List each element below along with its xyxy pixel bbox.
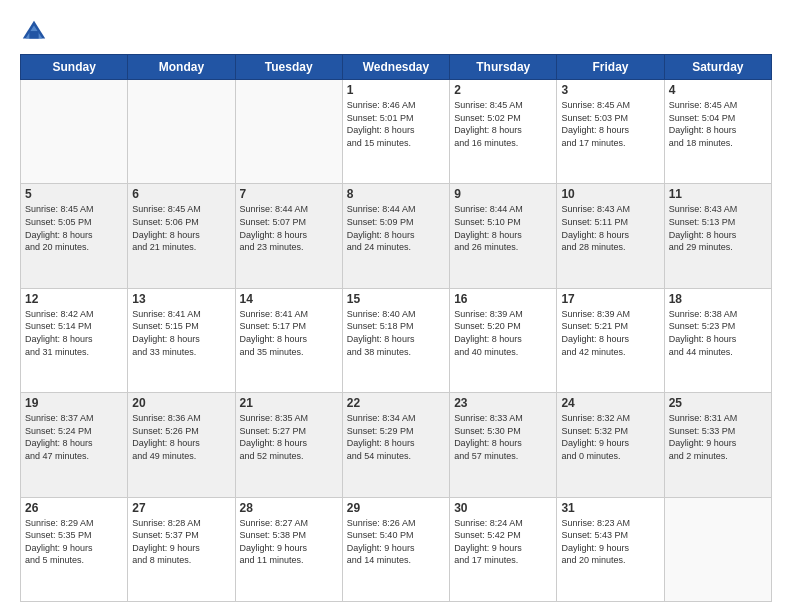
day-header-wednesday: Wednesday xyxy=(342,55,449,80)
calendar-week-4: 19Sunrise: 8:37 AM Sunset: 5:24 PM Dayli… xyxy=(21,393,772,497)
day-number: 10 xyxy=(561,187,659,201)
calendar-cell: 27Sunrise: 8:28 AM Sunset: 5:37 PM Dayli… xyxy=(128,497,235,601)
day-info: Sunrise: 8:46 AM Sunset: 5:01 PM Dayligh… xyxy=(347,99,445,149)
calendar-cell: 15Sunrise: 8:40 AM Sunset: 5:18 PM Dayli… xyxy=(342,288,449,392)
page: SundayMondayTuesdayWednesdayThursdayFrid… xyxy=(0,0,792,612)
day-number: 28 xyxy=(240,501,338,515)
day-info: Sunrise: 8:45 AM Sunset: 5:06 PM Dayligh… xyxy=(132,203,230,253)
calendar-cell xyxy=(128,80,235,184)
day-info: Sunrise: 8:42 AM Sunset: 5:14 PM Dayligh… xyxy=(25,308,123,358)
calendar-header-row: SundayMondayTuesdayWednesdayThursdayFrid… xyxy=(21,55,772,80)
day-info: Sunrise: 8:26 AM Sunset: 5:40 PM Dayligh… xyxy=(347,517,445,567)
calendar-cell: 11Sunrise: 8:43 AM Sunset: 5:13 PM Dayli… xyxy=(664,184,771,288)
calendar-cell: 7Sunrise: 8:44 AM Sunset: 5:07 PM Daylig… xyxy=(235,184,342,288)
calendar-cell: 26Sunrise: 8:29 AM Sunset: 5:35 PM Dayli… xyxy=(21,497,128,601)
day-number: 24 xyxy=(561,396,659,410)
day-info: Sunrise: 8:40 AM Sunset: 5:18 PM Dayligh… xyxy=(347,308,445,358)
day-number: 7 xyxy=(240,187,338,201)
day-info: Sunrise: 8:39 AM Sunset: 5:20 PM Dayligh… xyxy=(454,308,552,358)
day-number: 30 xyxy=(454,501,552,515)
day-info: Sunrise: 8:33 AM Sunset: 5:30 PM Dayligh… xyxy=(454,412,552,462)
calendar-cell: 17Sunrise: 8:39 AM Sunset: 5:21 PM Dayli… xyxy=(557,288,664,392)
day-info: Sunrise: 8:27 AM Sunset: 5:38 PM Dayligh… xyxy=(240,517,338,567)
calendar-week-3: 12Sunrise: 8:42 AM Sunset: 5:14 PM Dayli… xyxy=(21,288,772,392)
day-info: Sunrise: 8:24 AM Sunset: 5:42 PM Dayligh… xyxy=(454,517,552,567)
calendar-cell: 16Sunrise: 8:39 AM Sunset: 5:20 PM Dayli… xyxy=(450,288,557,392)
day-number: 11 xyxy=(669,187,767,201)
day-number: 27 xyxy=(132,501,230,515)
calendar-week-2: 5Sunrise: 8:45 AM Sunset: 5:05 PM Daylig… xyxy=(21,184,772,288)
day-info: Sunrise: 8:44 AM Sunset: 5:07 PM Dayligh… xyxy=(240,203,338,253)
day-info: Sunrise: 8:38 AM Sunset: 5:23 PM Dayligh… xyxy=(669,308,767,358)
day-header-thursday: Thursday xyxy=(450,55,557,80)
day-number: 17 xyxy=(561,292,659,306)
day-number: 1 xyxy=(347,83,445,97)
day-number: 26 xyxy=(25,501,123,515)
day-info: Sunrise: 8:34 AM Sunset: 5:29 PM Dayligh… xyxy=(347,412,445,462)
day-number: 19 xyxy=(25,396,123,410)
calendar-cell: 20Sunrise: 8:36 AM Sunset: 5:26 PM Dayli… xyxy=(128,393,235,497)
calendar-cell: 19Sunrise: 8:37 AM Sunset: 5:24 PM Dayli… xyxy=(21,393,128,497)
calendar-cell: 5Sunrise: 8:45 AM Sunset: 5:05 PM Daylig… xyxy=(21,184,128,288)
day-info: Sunrise: 8:45 AM Sunset: 5:04 PM Dayligh… xyxy=(669,99,767,149)
calendar-cell xyxy=(21,80,128,184)
svg-rect-2 xyxy=(29,31,38,38)
day-info: Sunrise: 8:37 AM Sunset: 5:24 PM Dayligh… xyxy=(25,412,123,462)
day-header-tuesday: Tuesday xyxy=(235,55,342,80)
day-info: Sunrise: 8:32 AM Sunset: 5:32 PM Dayligh… xyxy=(561,412,659,462)
calendar-cell: 13Sunrise: 8:41 AM Sunset: 5:15 PM Dayli… xyxy=(128,288,235,392)
calendar-cell: 24Sunrise: 8:32 AM Sunset: 5:32 PM Dayli… xyxy=(557,393,664,497)
day-info: Sunrise: 8:43 AM Sunset: 5:13 PM Dayligh… xyxy=(669,203,767,253)
day-header-saturday: Saturday xyxy=(664,55,771,80)
day-number: 3 xyxy=(561,83,659,97)
logo xyxy=(20,18,52,46)
calendar-cell: 14Sunrise: 8:41 AM Sunset: 5:17 PM Dayli… xyxy=(235,288,342,392)
day-info: Sunrise: 8:39 AM Sunset: 5:21 PM Dayligh… xyxy=(561,308,659,358)
calendar: SundayMondayTuesdayWednesdayThursdayFrid… xyxy=(20,54,772,602)
day-info: Sunrise: 8:45 AM Sunset: 5:05 PM Dayligh… xyxy=(25,203,123,253)
day-number: 16 xyxy=(454,292,552,306)
day-header-monday: Monday xyxy=(128,55,235,80)
day-info: Sunrise: 8:31 AM Sunset: 5:33 PM Dayligh… xyxy=(669,412,767,462)
day-number: 22 xyxy=(347,396,445,410)
day-number: 8 xyxy=(347,187,445,201)
day-number: 4 xyxy=(669,83,767,97)
calendar-cell: 23Sunrise: 8:33 AM Sunset: 5:30 PM Dayli… xyxy=(450,393,557,497)
day-number: 15 xyxy=(347,292,445,306)
day-number: 5 xyxy=(25,187,123,201)
calendar-week-1: 1Sunrise: 8:46 AM Sunset: 5:01 PM Daylig… xyxy=(21,80,772,184)
calendar-cell: 2Sunrise: 8:45 AM Sunset: 5:02 PM Daylig… xyxy=(450,80,557,184)
calendar-cell: 10Sunrise: 8:43 AM Sunset: 5:11 PM Dayli… xyxy=(557,184,664,288)
calendar-cell: 12Sunrise: 8:42 AM Sunset: 5:14 PM Dayli… xyxy=(21,288,128,392)
calendar-cell xyxy=(235,80,342,184)
day-number: 20 xyxy=(132,396,230,410)
day-number: 23 xyxy=(454,396,552,410)
day-info: Sunrise: 8:45 AM Sunset: 5:03 PM Dayligh… xyxy=(561,99,659,149)
calendar-cell: 30Sunrise: 8:24 AM Sunset: 5:42 PM Dayli… xyxy=(450,497,557,601)
day-info: Sunrise: 8:41 AM Sunset: 5:17 PM Dayligh… xyxy=(240,308,338,358)
calendar-cell: 25Sunrise: 8:31 AM Sunset: 5:33 PM Dayli… xyxy=(664,393,771,497)
day-number: 6 xyxy=(132,187,230,201)
day-info: Sunrise: 8:44 AM Sunset: 5:10 PM Dayligh… xyxy=(454,203,552,253)
calendar-cell: 6Sunrise: 8:45 AM Sunset: 5:06 PM Daylig… xyxy=(128,184,235,288)
day-number: 25 xyxy=(669,396,767,410)
calendar-cell: 9Sunrise: 8:44 AM Sunset: 5:10 PM Daylig… xyxy=(450,184,557,288)
day-info: Sunrise: 8:36 AM Sunset: 5:26 PM Dayligh… xyxy=(132,412,230,462)
day-number: 21 xyxy=(240,396,338,410)
day-info: Sunrise: 8:29 AM Sunset: 5:35 PM Dayligh… xyxy=(25,517,123,567)
day-number: 13 xyxy=(132,292,230,306)
calendar-cell: 1Sunrise: 8:46 AM Sunset: 5:01 PM Daylig… xyxy=(342,80,449,184)
day-number: 29 xyxy=(347,501,445,515)
day-info: Sunrise: 8:28 AM Sunset: 5:37 PM Dayligh… xyxy=(132,517,230,567)
day-number: 12 xyxy=(25,292,123,306)
calendar-cell: 8Sunrise: 8:44 AM Sunset: 5:09 PM Daylig… xyxy=(342,184,449,288)
calendar-cell: 21Sunrise: 8:35 AM Sunset: 5:27 PM Dayli… xyxy=(235,393,342,497)
calendar-cell: 31Sunrise: 8:23 AM Sunset: 5:43 PM Dayli… xyxy=(557,497,664,601)
calendar-cell xyxy=(664,497,771,601)
day-info: Sunrise: 8:23 AM Sunset: 5:43 PM Dayligh… xyxy=(561,517,659,567)
day-info: Sunrise: 8:44 AM Sunset: 5:09 PM Dayligh… xyxy=(347,203,445,253)
day-header-sunday: Sunday xyxy=(21,55,128,80)
calendar-cell: 18Sunrise: 8:38 AM Sunset: 5:23 PM Dayli… xyxy=(664,288,771,392)
header xyxy=(20,18,772,46)
calendar-cell: 4Sunrise: 8:45 AM Sunset: 5:04 PM Daylig… xyxy=(664,80,771,184)
